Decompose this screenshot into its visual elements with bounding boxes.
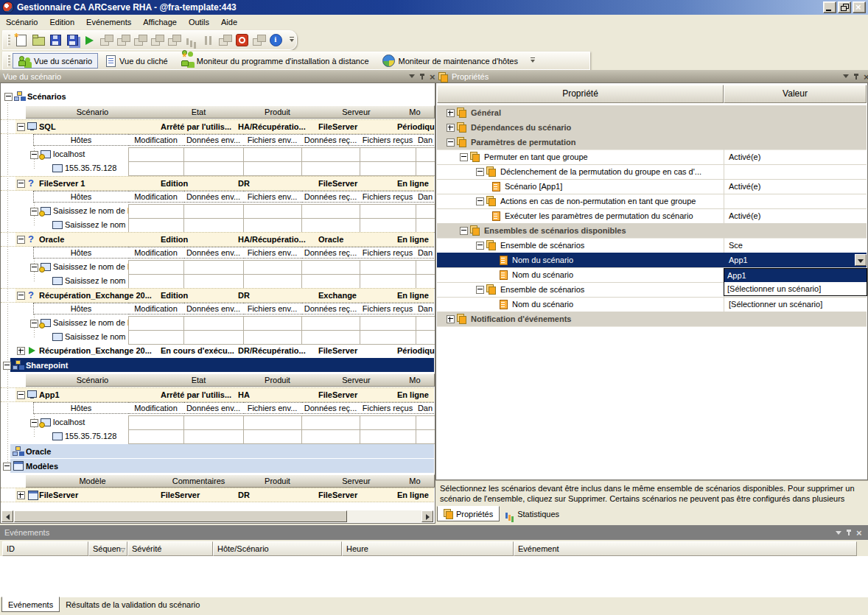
collapse-icon[interactable] bbox=[30, 151, 38, 159]
toolbar-overflow-button[interactable] bbox=[288, 32, 296, 48]
host-child-row[interactable]: Saisissez le nom ... bbox=[1, 330, 434, 343]
prop-row-scenario-set-1[interactable]: Ensemble de scénarios Sce bbox=[437, 238, 867, 253]
prop-group-notification[interactable]: Notification d'événements bbox=[437, 312, 867, 327]
collapse-icon[interactable] bbox=[30, 264, 38, 272]
events-list[interactable] bbox=[0, 556, 868, 597]
tree-root-scenarios[interactable]: Scénarios bbox=[1, 90, 434, 103]
col-event[interactable]: Evénement bbox=[514, 541, 857, 556]
group-row-sharepoint[interactable]: Sharepoint bbox=[1, 358, 434, 372]
dropdown-option-app1[interactable]: App1 bbox=[724, 269, 867, 282]
prop-group-switchover[interactable]: Paramètres de permutation bbox=[437, 135, 867, 150]
collapse-icon[interactable] bbox=[476, 242, 484, 250]
suspend-icon[interactable] bbox=[200, 32, 216, 48]
tab-statistics[interactable]: Statistiques bbox=[500, 507, 565, 521]
prop-row-switch-as-group[interactable]: Permuter en tant que groupe Activé(e) bbox=[437, 150, 867, 165]
host-row[interactable]: localhost bbox=[1, 415, 434, 429]
close-icon[interactable] bbox=[856, 528, 864, 537]
scroll-right-button[interactable] bbox=[421, 510, 433, 522]
menu-scenario[interactable]: Scénario bbox=[0, 16, 43, 28]
tab-events[interactable]: Evénements bbox=[1, 597, 60, 612]
scenario-row-fileserver1[interactable]: FileServer 1 Edition DR FileServer En li… bbox=[1, 176, 434, 191]
col-severity[interactable]: Sévérité bbox=[127, 541, 213, 556]
host-row[interactable]: Saisissez le nom de l... bbox=[1, 260, 434, 273]
dropdown-option-select[interactable]: [Sélectionner un scénario] bbox=[724, 282, 867, 295]
block-sync-icon[interactable] bbox=[217, 32, 233, 48]
collapse-icon[interactable] bbox=[3, 362, 11, 370]
open-icon[interactable] bbox=[31, 32, 46, 48]
prop-row-scenario-app1[interactable]: Scénario [App1] Activé(e) bbox=[437, 179, 867, 194]
horizontal-scrollbar[interactable] bbox=[1, 510, 433, 522]
collapse-icon[interactable] bbox=[460, 227, 468, 235]
scenario-row-exchange-running[interactable]: Récupération_Exchange 20... En cours d'e… bbox=[1, 344, 434, 357]
expand-icon[interactable] bbox=[447, 124, 455, 132]
toolbar-grip[interactable] bbox=[7, 35, 10, 46]
scrollbar-thumb[interactable] bbox=[14, 510, 347, 522]
prop-row-scenario-name-3[interactable]: Nom du scénario [Sélectionner un scénari… bbox=[437, 297, 867, 312]
collapse-icon[interactable] bbox=[447, 138, 455, 147]
pin-icon[interactable] bbox=[846, 529, 852, 536]
expand-icon[interactable] bbox=[17, 347, 25, 355]
host-child-row[interactable]: Saisissez le nom ... bbox=[1, 274, 434, 287]
col-host-scenario[interactable]: Hôte/Scénario bbox=[213, 541, 342, 556]
restore-button[interactable] bbox=[838, 1, 851, 13]
tab-validation-results[interactable]: Résultats de la validation du scénario bbox=[60, 597, 206, 611]
col-id[interactable]: ID bbox=[2, 541, 88, 556]
scenario-row-exchange-edit[interactable]: Récupération_Exchange 20... Edition DR E… bbox=[1, 288, 434, 303]
tab-properties[interactable]: Propriétés bbox=[437, 506, 500, 521]
pin-icon[interactable] bbox=[853, 73, 859, 80]
expand-icon[interactable] bbox=[17, 491, 25, 499]
close-icon[interactable] bbox=[864, 72, 868, 81]
collapse-icon[interactable] bbox=[476, 286, 484, 294]
info-icon[interactable] bbox=[268, 32, 284, 48]
group-row-templates[interactable]: Modèles bbox=[1, 459, 434, 473]
scenario-row-app1[interactable]: App1 Arrêté par l'utilis... HA FileServe… bbox=[1, 387, 434, 402]
collapse-icon[interactable] bbox=[17, 236, 25, 244]
pane-menu-icon[interactable] bbox=[836, 531, 841, 535]
restore-data-icon[interactable] bbox=[116, 32, 131, 48]
new-scenario-icon[interactable] bbox=[14, 32, 29, 48]
menu-tools[interactable]: Outils bbox=[183, 16, 215, 28]
collapse-icon[interactable] bbox=[17, 180, 25, 188]
synchronize-icon[interactable] bbox=[99, 32, 114, 48]
host-row[interactable]: Saisissez le nom de l... bbox=[1, 204, 434, 217]
tab-remote-installer-monitor[interactable]: Moniteur du programme d'installation à d… bbox=[176, 54, 374, 68]
scroll-left-button[interactable] bbox=[1, 510, 13, 522]
minimize-button[interactable] bbox=[823, 1, 836, 13]
viewtabs-overflow-button[interactable] bbox=[529, 53, 537, 68]
assessment-icon[interactable] bbox=[167, 32, 182, 48]
collapse-icon[interactable] bbox=[30, 208, 38, 216]
collapse-icon[interactable] bbox=[460, 153, 468, 161]
prop-group-general[interactable]: Général bbox=[437, 105, 867, 121]
scenario-row-sql[interactable]: SQL Arrêté par l'utilis... HA/Récupérati… bbox=[1, 119, 434, 134]
col-time[interactable]: Heure bbox=[342, 541, 514, 556]
host-row[interactable]: localhost bbox=[1, 147, 434, 161]
menu-edition[interactable]: Edition bbox=[43, 16, 80, 28]
prop-group-available-sets[interactable]: Ensembles de scénarios disponibles bbox=[437, 223, 867, 239]
save-icon[interactable] bbox=[48, 32, 63, 48]
host-child-row[interactable]: Saisissez le nom ... bbox=[1, 218, 434, 231]
stop-icon[interactable] bbox=[234, 32, 250, 48]
prop-row-execute-params[interactable]: Exécuter les paramètres de permutation d… bbox=[437, 208, 867, 224]
prop-row-trigger-group[interactable]: Déclenchement de la permutation du group… bbox=[437, 164, 867, 180]
collapse-icon[interactable] bbox=[30, 320, 38, 328]
collapse-icon[interactable] bbox=[17, 391, 25, 399]
collapse-icon[interactable] bbox=[30, 419, 38, 427]
close-button[interactable] bbox=[853, 1, 866, 13]
report-chart-icon[interactable] bbox=[183, 32, 199, 48]
collapse-icon[interactable] bbox=[476, 168, 484, 176]
menu-events[interactable]: Evénements bbox=[80, 16, 137, 28]
save-all-icon[interactable] bbox=[65, 32, 80, 48]
pane-menu-icon[interactable] bbox=[409, 74, 415, 78]
menu-view[interactable]: Affichage bbox=[137, 16, 183, 28]
host-child-row[interactable]: 155.35.75.128 bbox=[1, 161, 434, 175]
prop-group-dependencies[interactable]: Dépendances du scénario bbox=[437, 120, 867, 136]
template-row-fileserver[interactable]: FileServer FileServer DR FileServer En l… bbox=[1, 488, 434, 502]
resume-icon[interactable] bbox=[251, 32, 267, 48]
collapse-icon[interactable] bbox=[3, 463, 11, 471]
prop-row-non-switch-actions[interactable]: Actions en cas de non-permutation en tan… bbox=[437, 194, 867, 209]
pin-icon[interactable] bbox=[419, 73, 425, 80]
replication-icon[interactable] bbox=[150, 32, 165, 48]
collapse-icon[interactable] bbox=[4, 93, 13, 101]
scenario-row-oracle[interactable]: Oracle Edition HA/Récupératio... Oracle … bbox=[1, 232, 434, 247]
viewtabs-grip[interactable] bbox=[7, 55, 10, 67]
